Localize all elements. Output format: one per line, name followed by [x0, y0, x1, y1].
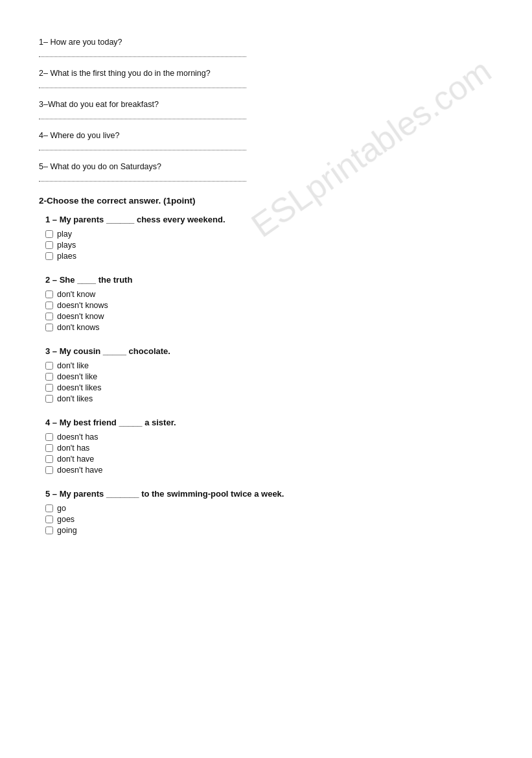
checkbox-ex5-1[interactable]	[45, 515, 53, 523]
checkbox-option-ex4-3[interactable]: doesn't have	[45, 466, 493, 475]
checkbox-option-ex3-3[interactable]: don't likes	[45, 394, 493, 403]
question-text-q2: 2– What is the first thing you do in the…	[39, 69, 493, 78]
option-label-ex2-2: doesn't know	[57, 312, 104, 321]
option-label-ex2-1: doesn't knows	[57, 301, 108, 310]
checkbox-ex2-3[interactable]	[45, 324, 53, 331]
question-block-q2: 2– What is the first thing you do in the…	[39, 69, 493, 88]
answer-line-q2	[39, 80, 246, 88]
exercise-question-ex3: 3 – My cousin _____ chocolate.	[45, 346, 493, 356]
checkbox-option-ex4-2[interactable]: don't have	[45, 455, 493, 464]
checkbox-option-ex5-2[interactable]: going	[45, 526, 493, 535]
option-label-ex3-1: doesn't like	[57, 372, 97, 381]
question-text-q4: 4– Where do you live?	[39, 131, 493, 140]
checkbox-ex2-2[interactable]	[45, 313, 53, 320]
option-label-ex2-3: don't knows	[57, 323, 100, 332]
checkbox-option-ex4-0[interactable]: doesn't has	[45, 432, 493, 442]
option-label-ex5-0: go	[57, 504, 66, 513]
checkbox-option-ex1-2[interactable]: plaes	[45, 252, 493, 261]
option-label-ex4-1: don't has	[57, 444, 89, 453]
checkbox-ex2-1[interactable]	[45, 302, 53, 309]
checkbox-ex2-0[interactable]	[45, 290, 53, 298]
option-label-ex4-0: doesn't has	[57, 432, 98, 442]
checkbox-ex3-3[interactable]	[45, 395, 53, 403]
section2: 2-Choose the correct answer. (1point)1 –…	[39, 196, 493, 535]
answer-line-q3	[39, 112, 246, 119]
checkbox-option-ex3-1[interactable]: doesn't like	[45, 372, 493, 381]
checkbox-option-ex5-1[interactable]: goes	[45, 515, 493, 524]
checkbox-ex3-1[interactable]	[45, 373, 53, 381]
checkbox-ex1-1[interactable]	[45, 241, 53, 249]
option-label-ex1-1: plays	[57, 241, 76, 250]
option-label-ex3-0: don't like	[57, 361, 89, 370]
section2-heading: 2-Choose the correct answer. (1point)	[39, 196, 493, 206]
checkbox-ex4-0[interactable]	[45, 433, 53, 441]
checkbox-option-ex2-2[interactable]: doesn't know	[45, 312, 493, 321]
option-label-ex1-2: plaes	[57, 252, 76, 261]
checkbox-ex1-2[interactable]	[45, 252, 53, 260]
checkbox-option-ex2-1[interactable]: doesn't knows	[45, 301, 493, 310]
question-block-q3: 3–What do you eat for breakfast?	[39, 100, 493, 119]
checkbox-option-ex5-0[interactable]: go	[45, 504, 493, 513]
exercise-question-ex5: 5 – My parents _______ to the swimming-p…	[45, 489, 493, 499]
option-label-ex4-3: doesn't have	[57, 466, 103, 475]
checkbox-option-ex1-1[interactable]: plays	[45, 241, 493, 250]
question-block-q4: 4– Where do you live?	[39, 131, 493, 150]
option-label-ex3-2: doesn't likes	[57, 383, 101, 392]
checkbox-ex4-1[interactable]	[45, 444, 53, 452]
exercise-block-ex2: 2 – She ____ the truthdon't knowdoesn't …	[39, 275, 493, 332]
checkbox-option-ex1-0[interactable]: play	[45, 230, 493, 239]
option-label-ex4-2: don't have	[57, 455, 94, 464]
option-label-ex5-1: goes	[57, 515, 75, 524]
exercise-question-ex1: 1 – My parents ______ chess every weeken…	[45, 215, 493, 224]
exercise-question-ex4: 4 – My best friend _____ a sister.	[45, 418, 493, 427]
exercise-block-ex1: 1 – My parents ______ chess every weeken…	[39, 215, 493, 261]
section1-questions: 1– How are you today?2– What is the firs…	[39, 38, 493, 182]
checkbox-ex5-2[interactable]	[45, 527, 53, 534]
option-label-ex3-3: don't likes	[57, 394, 93, 403]
checkbox-ex3-0[interactable]	[45, 362, 53, 370]
answer-line-q4	[39, 143, 246, 150]
checkbox-ex4-3[interactable]	[45, 466, 53, 474]
exercise-block-ex5: 5 – My parents _______ to the swimming-p…	[39, 489, 493, 535]
answer-line-q1	[39, 49, 246, 57]
answer-line-q5	[39, 174, 246, 182]
checkbox-option-ex2-0[interactable]: don't know	[45, 290, 493, 299]
exercise-question-ex2: 2 – She ____ the truth	[45, 275, 493, 285]
question-text-q1: 1– How are you today?	[39, 38, 493, 47]
question-block-q5: 5– What do you do on Saturdays?	[39, 162, 493, 182]
checkbox-option-ex3-2[interactable]: doesn't likes	[45, 383, 493, 392]
option-label-ex1-0: play	[57, 230, 72, 239]
checkbox-ex4-2[interactable]	[45, 455, 53, 463]
checkbox-option-ex2-3[interactable]: don't knows	[45, 323, 493, 332]
checkbox-ex3-2[interactable]	[45, 384, 53, 392]
option-label-ex5-2: going	[57, 526, 77, 535]
option-label-ex2-0: don't know	[57, 290, 95, 299]
question-text-q3: 3–What do you eat for breakfast?	[39, 100, 493, 109]
exercise-block-ex3: 3 – My cousin _____ chocolate.don't like…	[39, 346, 493, 403]
checkbox-ex1-0[interactable]	[45, 230, 53, 238]
checkbox-option-ex3-0[interactable]: don't like	[45, 361, 493, 370]
exercise-block-ex4: 4 – My best friend _____ a sister.doesn'…	[39, 418, 493, 475]
checkbox-ex5-0[interactable]	[45, 504, 53, 512]
checkbox-option-ex4-1[interactable]: don't has	[45, 444, 493, 453]
question-block-q1: 1– How are you today?	[39, 38, 493, 57]
question-text-q5: 5– What do you do on Saturdays?	[39, 162, 493, 171]
